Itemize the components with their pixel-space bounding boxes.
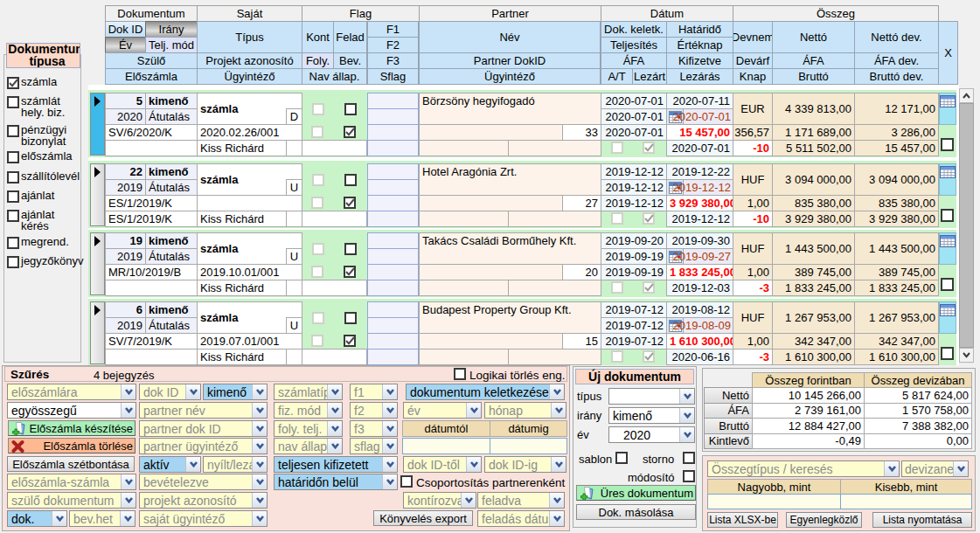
filter-select-dok-id-tol[interactable]: dok ID-től (403, 456, 482, 473)
filter-select-szamlatipus[interactable]: számlatípus (274, 384, 343, 400)
eloszamla-keszitese-button[interactable]: Előszámla készítése (8, 420, 136, 436)
column-group-partner[interactable]: Partner (419, 5, 601, 22)
storno-checkbox[interactable] (683, 452, 695, 464)
row-felad-checkbox[interactable] (344, 103, 357, 115)
filter-select-projekt-azonosito[interactable]: projekt azonosító (139, 492, 268, 509)
doctype-checkbox-8[interactable] (7, 256, 19, 268)
filter-select-honap-dropdown-button[interactable] (551, 403, 566, 418)
row-selector[interactable] (90, 232, 105, 295)
filter-select-honap[interactable]: hónap (484, 402, 566, 419)
doctype-checkbox-1[interactable] (7, 96, 19, 108)
filter-select-partner-dok-id[interactable]: partner dok ID (139, 420, 268, 437)
filter-select-feladva[interactable]: feladva (477, 492, 565, 509)
filter-select-partner-nev-dropdown-button[interactable] (252, 403, 267, 418)
column-header-kifizetve[interactable]: Kifizetve (666, 52, 733, 69)
column-header-afa_datum[interactable]: ÁFA (601, 52, 667, 69)
filter-select-f2[interactable]: f2 (350, 402, 398, 419)
modosito-checkbox[interactable] (683, 470, 695, 482)
column-header-nav_allap[interactable]: Nav állap. (302, 68, 367, 85)
new-doc-ev[interactable]: 2020 (608, 426, 695, 443)
column-group-sajat[interactable]: Saját (197, 5, 302, 22)
column-header-brutto_dev[interactable]: Bruttó dev. (854, 68, 939, 85)
lista-xlsx-button[interactable]: Lista XLSX-be (707, 512, 778, 528)
column-header-ev[interactable]: Év (105, 37, 146, 53)
column-header-partner_ugyintezo[interactable]: Ügyintéző (419, 68, 601, 85)
column-header-f1[interactable]: F1 (367, 21, 419, 38)
column-header-afa[interactable]: ÁFA (772, 52, 855, 69)
column-header-dok_id[interactable]: Dok ID (105, 21, 146, 38)
filter-select-fiz-mod[interactable]: fiz. mód (274, 402, 343, 419)
row-select-checkbox[interactable] (941, 278, 954, 291)
filter-select-dok-dropdown-button[interactable] (52, 511, 66, 526)
doctype-checkbox-4[interactable] (7, 171, 19, 183)
filter-select-nav-allap[interactable]: nav állap. (274, 438, 343, 454)
ures-dokumentum-button[interactable]: Üres dokumentum (576, 485, 696, 501)
filter-select-partner-ugyintezo[interactable]: partner ügyintéző (139, 438, 268, 454)
greater-than-input[interactable] (707, 494, 841, 509)
filter-select-eloszamlara[interactable]: előszámlára (7, 384, 136, 400)
column-header-teljesites[interactable]: Teljesítés (601, 37, 667, 53)
column-header-kont[interactable]: Kont (302, 21, 334, 53)
filter-select-hataridon-belul[interactable]: határidőn belül (274, 474, 398, 490)
scrollbar-up-button[interactable] (959, 88, 974, 103)
filter-select-szulo-dokumentum[interactable]: szülő dokumentum (7, 492, 136, 509)
doctype-checkbox-3[interactable] (7, 151, 19, 163)
filter-select-ev[interactable]: év (403, 402, 482, 419)
column-header-netto_dev[interactable]: Nettó dev. (854, 21, 939, 53)
filter-select-eloszamlara-dropdown-button[interactable] (121, 384, 136, 399)
filter-select-feladas-datuma[interactable]: feladás dátuma (477, 510, 565, 527)
konyveles-export-button[interactable]: Könyvelés export (373, 510, 473, 526)
column-header-projekt[interactable]: Projekt azonosító (197, 52, 302, 69)
new-doc-irany[interactable]: kimenő (608, 407, 695, 424)
filter-select-bevetelezve[interactable]: bevételezve (139, 474, 268, 490)
new-doc-tipus[interactable] (608, 388, 695, 405)
filter-select-eloszamla-szamla-dropdown-button[interactable] (121, 474, 136, 489)
filter-select-sajat-ugyintezo[interactable]: saját ügyintéző (139, 510, 268, 527)
column-header-knap[interactable]: Knap (733, 68, 773, 85)
column-header-devarf[interactable]: Devárf (733, 52, 773, 69)
filter-select-feladva-dropdown-button[interactable] (549, 493, 564, 508)
filter-select-partner-ugyintezo-dropdown-button[interactable] (252, 439, 267, 453)
doctype-checkbox-2[interactable] (7, 125, 19, 137)
row-selector[interactable] (90, 301, 105, 364)
filter-select-teljesen-kifizetett-dropdown-button[interactable] (382, 457, 397, 472)
column-header-dok_keletk[interactable]: Dok. keletk. (601, 21, 667, 38)
column-header-f3[interactable]: F3 (367, 52, 419, 69)
filter-select-ev-dropdown-button[interactable] (466, 403, 481, 418)
row-bev-checkbox[interactable] (344, 266, 356, 278)
row-selector[interactable] (90, 93, 105, 156)
column-header-ugyintezo[interactable]: Ügyintéző (197, 68, 302, 85)
filter-select-dok-id[interactable]: dok ID (139, 384, 201, 400)
filter-select-kontirozva[interactable]: kontírozva (403, 492, 476, 509)
filter-select-nyilt-lezart-dropdown-button[interactable] (252, 457, 267, 472)
scrollbar-down-button[interactable] (959, 348, 974, 363)
column-header-devnem[interactable]: Devnem (733, 21, 773, 53)
filter-select-sflag[interactable]: sflag (350, 438, 398, 454)
row-bev-checkbox[interactable] (344, 335, 356, 347)
summary-currency-dropdown-button[interactable] (953, 461, 968, 476)
row-felad-checkbox[interactable] (344, 312, 357, 324)
datumig-input[interactable] (490, 438, 567, 454)
filter-select-aktiv[interactable]: aktív (139, 456, 201, 473)
filter-select-bevetelezve-dropdown-button[interactable] (252, 474, 267, 489)
column-header-sflag[interactable]: Sflag (367, 68, 419, 85)
filter-select-kontirozva-dropdown-button[interactable] (461, 493, 476, 508)
dok-masolasa-button[interactable]: Dok. másolása (576, 504, 696, 520)
filter-select-feladas-datuma-dropdown-button[interactable] (549, 511, 564, 526)
row-felad-checkbox[interactable] (344, 243, 357, 255)
filter-select-f3-dropdown-button[interactable] (382, 421, 397, 436)
row-detail-button[interactable] (939, 301, 956, 334)
column-header-bev[interactable]: Bev. (333, 52, 367, 69)
filter-select-eloszamla-szamla[interactable]: előszámla-számla (7, 474, 136, 490)
filter-select-f1-dropdown-button[interactable] (382, 384, 397, 399)
filter-select-nyilt-lezart[interactable]: nyílt/lezárt (203, 456, 268, 473)
column-group-dokumentum[interactable]: Dokumentum (105, 5, 198, 22)
filter-select-bev-het[interactable]: bev.het (69, 510, 136, 527)
filter-select-szulo-dokumentum-dropdown-button[interactable] (121, 493, 136, 508)
filter-select-f2-dropdown-button[interactable] (382, 403, 397, 418)
filter-select-dok-id-dropdown-button[interactable] (185, 384, 200, 399)
filter-select-szamlatipus-dropdown-button[interactable] (327, 384, 342, 399)
filter-select-partner-nev[interactable]: partner név (139, 402, 268, 419)
datumtol-input[interactable] (402, 438, 490, 454)
doctype-checkbox-0[interactable] (7, 77, 19, 89)
